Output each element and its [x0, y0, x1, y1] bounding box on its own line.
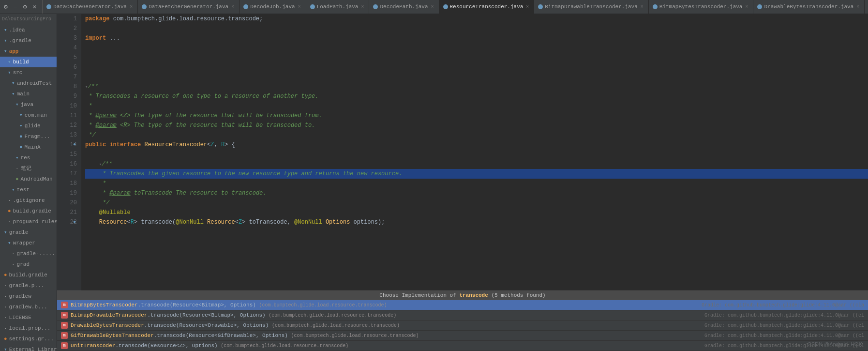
sidebar-item-5[interactable]: ▾androidTest	[0, 78, 57, 89]
sidebar-item-29[interactable]: ●settings.gr...	[0, 334, 57, 344]
tab-6[interactable]: BitmapDrawableTranscoder.java×	[534, 0, 648, 14]
code-line-8: ▾/**	[85, 82, 868, 92]
tab-close-3[interactable]: ×	[360, 4, 365, 10]
sidebar-item-23[interactable]: ●build.gradle	[0, 270, 57, 280]
line-number-19: 19	[57, 188, 77, 198]
tab-close-5[interactable]: ×	[525, 4, 530, 10]
sidebar-item-30[interactable]: ▾External Libraries	[0, 344, 57, 351]
sidebar-item-7[interactable]: ▾java	[0, 99, 57, 110]
sidebar-item-27[interactable]: ·LICENSE	[0, 312, 57, 323]
line-number-20: 20	[57, 198, 77, 208]
minimize-icon[interactable]: —	[12, 2, 19, 12]
sidebar-item-18[interactable]: ·proguard-rules.p	[0, 216, 57, 227]
sidebar-item-9[interactable]: ▾glide	[0, 121, 57, 131]
sidebar-label-2: app	[9, 47, 19, 56]
close-icon[interactable]: ✕	[30, 2, 38, 12]
autocomplete-list: mBitmapBytesTranscoder.transcode(Resourc…	[57, 300, 868, 351]
tab-3[interactable]: LoadPath.java×	[306, 0, 370, 14]
ac-location-0: Gradle: com.github.bumptech.glide:glide:…	[702, 303, 864, 308]
autocomplete-item-1[interactable]: mBitmapDrawableTranscoder.transcode(Reso…	[57, 310, 868, 320]
sidebar-label-27: LICENSE	[9, 313, 31, 322]
sidebar-item-11[interactable]: ●MainA	[0, 142, 57, 153]
watermark: CSDN @Android_HQK	[808, 341, 862, 347]
line-number-4: 4	[57, 43, 77, 53]
sidebar-item-24[interactable]: ·gradle.p...	[0, 280, 57, 291]
ac-icon-2: m	[61, 322, 68, 329]
sidebar-icon-7: ▾	[15, 100, 19, 109]
sidebar-item-10[interactable]: ●Fragm...	[0, 131, 57, 142]
sidebar-item-0[interactable]: ▾.idea	[0, 25, 57, 35]
autocomplete-method-name: transcode	[459, 292, 488, 298]
line-number-12: 12	[57, 121, 77, 130]
tab-icon-6	[538, 4, 543, 9]
autocomplete-count: (5 methods found)	[491, 292, 545, 298]
sidebar-item-3[interactable]: ▾build	[0, 57, 57, 67]
sidebar-item-19[interactable]: ▾gradle	[0, 227, 57, 238]
code-line-1: package com.bumptech.glide.load.resource…	[85, 14, 868, 24]
tab-2[interactable]: DecodeJob.java×	[239, 0, 306, 14]
sidebar-label-8: com.man	[25, 111, 47, 120]
tab-7[interactable]: BitmapBytesTranscoder.java×	[649, 0, 754, 14]
autocomplete-item-4[interactable]: mUnitTranscoder.transcode(Resource<Z>, O…	[57, 341, 868, 351]
tab-close-1[interactable]: ×	[230, 4, 235, 10]
code-editor: 1234567891011121314●1516171819202122● pa…	[57, 14, 868, 351]
sidebar-item-21[interactable]: ·gradle-.....	[0, 248, 57, 259]
tab-close-2[interactable]: ×	[297, 4, 302, 10]
tab-close-4[interactable]: ×	[430, 4, 435, 10]
sidebar-item-22[interactable]: ·grad	[0, 259, 57, 270]
sidebar-item-4[interactable]: ▾src	[0, 67, 57, 78]
sidebar-item-17[interactable]: ●build.gradle	[0, 206, 57, 216]
tab-1[interactable]: DataFetcherGenerator.java×	[138, 0, 239, 14]
sidebar-item-16[interactable]: ·.gitignore	[0, 195, 57, 206]
sidebar-item-26[interactable]: ·gradlew.b...	[0, 302, 57, 312]
autocomplete-item-2[interactable]: mDrawableBytesTranscoder.transcode(Resou…	[57, 320, 868, 331]
tab-close-0[interactable]: ×	[129, 4, 134, 10]
project-sidebar: DA\OutsourcingPro ▾.idea▾.gradle▾app▾bui…	[0, 14, 57, 351]
sidebar-item-6[interactable]: ▾main	[0, 89, 57, 99]
sidebar-item-12[interactable]: ▾res	[0, 153, 57, 163]
line-number-3: 3	[57, 33, 77, 43]
code-line-9: * Transcodes a resource of one type to a…	[85, 92, 868, 101]
tab-close-6[interactable]: ×	[640, 4, 644, 10]
sidebar-item-13[interactable]: ·笔记	[0, 163, 57, 174]
sidebar-item-28[interactable]: ·local.prop...	[0, 323, 57, 334]
line-number-18: 18	[57, 179, 77, 188]
sidebar-label-26: gradlew.b...	[9, 303, 47, 311]
sidebar-icon-17: ●	[8, 207, 11, 215]
ac-icon-0: m	[61, 302, 68, 308]
line-number-7: 7	[57, 72, 77, 82]
code-line-19: * @param toTranscode The resource to tra…	[85, 188, 868, 198]
sidebar-item-8[interactable]: ▾com.man	[0, 110, 57, 121]
code-line-10: *	[85, 101, 868, 111]
autocomplete-item-3[interactable]: mGifDrawableBytesTranscoder.transcode(Re…	[57, 331, 868, 341]
sidebar-icon-13: ·	[15, 164, 19, 173]
sidebar-icon-11: ●	[19, 143, 23, 152]
tab-close-7[interactable]: ×	[744, 4, 749, 10]
sidebar-item-14[interactable]: ●AndroidMan	[0, 174, 57, 184]
code-line-18: *	[85, 179, 868, 188]
sidebar-icon-2: ▾	[4, 47, 7, 56]
tab-5[interactable]: ResourceTranscoder.java×	[439, 0, 535, 14]
line-number-2: 2	[57, 24, 77, 33]
code-line-14: public interface ResourceTranscoder<Z, R…	[85, 140, 868, 150]
sidebar-icon-24: ·	[4, 281, 7, 290]
tab-close-8[interactable]: ×	[855, 4, 860, 10]
sidebar-icon-30: ▾	[4, 345, 7, 351]
tab-8[interactable]: DrawableBytesTranscoder.java×	[753, 0, 865, 14]
tab-4[interactable]: DecodePath.java×	[369, 0, 439, 14]
sidebar-item-25[interactable]: ·gradlew	[0, 291, 57, 302]
tab-icon-5	[443, 4, 448, 9]
sidebar-item-15[interactable]: ▾test	[0, 184, 57, 195]
ac-location-3: Gradle: com.github.bumptech.glide:glide:…	[704, 333, 864, 338]
ac-method-text-4: UnitTranscoder.transcode(Resource<Z>, Op…	[71, 343, 697, 349]
sidebar-item-1[interactable]: ▾.gradle	[0, 35, 57, 46]
ac-method-text-2: DrawableBytesTranscoder.transcode(Resour…	[71, 322, 697, 328]
code-line-15	[85, 150, 868, 159]
tab-0[interactable]: DataCacheGenerator.java×	[43, 0, 138, 14]
gear-icon[interactable]: ⚙	[21, 2, 29, 12]
settings-icon[interactable]: ⚙	[2, 2, 10, 12]
sidebar-item-20[interactable]: ▾wrapper	[0, 238, 57, 248]
autocomplete-item-0[interactable]: mBitmapBytesTranscoder.transcode(Resourc…	[57, 300, 868, 310]
sidebar-item-2[interactable]: ▾app	[0, 46, 57, 57]
sidebar-icon-25: ·	[4, 292, 7, 301]
